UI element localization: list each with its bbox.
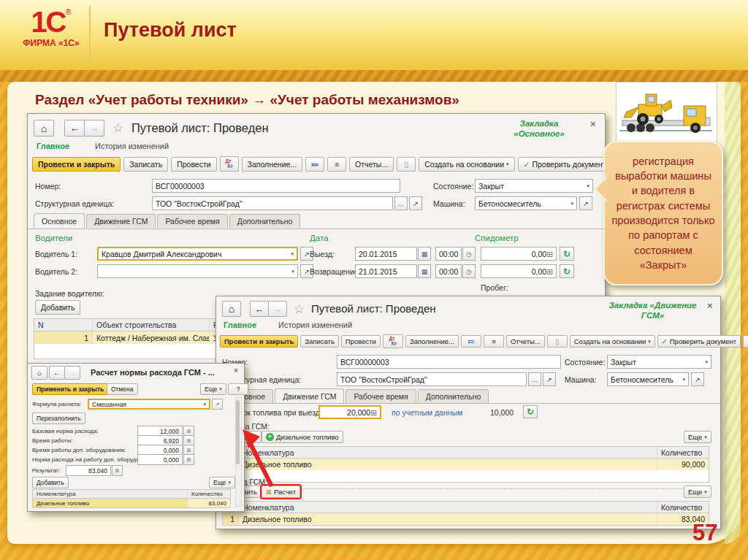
- menu-history[interactable]: История изменений: [95, 142, 169, 150]
- clock-button[interactable]: ◷: [462, 264, 476, 278]
- choose-button[interactable]: ...: [394, 196, 408, 210]
- table-row[interactable]: 1 Дизельное топливо 83,040: [223, 513, 709, 525]
- calendar-button[interactable]: ▦: [418, 247, 431, 261]
- col-quantity[interactable]: Количество: [657, 502, 709, 513]
- favorite-star-icon[interactable]: ☆: [294, 302, 305, 317]
- machine-field[interactable]: Бетоносмеситель▾: [475, 196, 577, 210]
- table-row[interactable]: Дизельное топливо 83,040: [33, 499, 230, 507]
- by-records-link[interactable]: по учетным данным: [392, 408, 462, 417]
- refresh-button[interactable]: ↻: [523, 405, 538, 418]
- more-button[interactable]: Еще▾: [200, 383, 226, 395]
- clock-button[interactable]: ◷: [462, 247, 476, 261]
- menu-main[interactable]: Главное: [37, 142, 69, 150]
- departure-date-field[interactable]: 20.01.2015: [355, 247, 417, 261]
- check-document-button[interactable]: ✓Проверить документ: [657, 335, 741, 348]
- post-and-close-button[interactable]: Провести и закрыть: [32, 157, 121, 172]
- tab-main[interactable]: Основное: [34, 213, 85, 228]
- fill-button[interactable]: Заполнение...: [405, 335, 459, 348]
- state-field[interactable]: Закрыт▾: [607, 355, 711, 369]
- back-button[interactable]: ←: [250, 301, 269, 317]
- tab-worktime[interactable]: Рабочее время: [346, 389, 416, 403]
- open-button[interactable]: ↗: [543, 372, 556, 386]
- more-button[interactable]: Еще▾: [684, 486, 711, 498]
- check-document-button[interactable]: ✓Проверить документ: [518, 157, 612, 172]
- fill-settings-button[interactable]: ≔: [305, 157, 324, 172]
- more-button[interactable]: Еще▾: [209, 477, 235, 488]
- back-button[interactable]: ←: [49, 366, 65, 380]
- help-button[interactable]: ?: [228, 383, 248, 395]
- post-and-close-button[interactable]: Провести и закрыть: [220, 335, 298, 348]
- fill-button[interactable]: Заполнение...: [242, 157, 303, 172]
- post-button[interactable]: Провести: [171, 157, 216, 172]
- home-button[interactable]: ⌂: [34, 120, 54, 137]
- forward-button[interactable]: →: [84, 120, 104, 137]
- fill-settings-button[interactable]: ≔: [461, 335, 481, 348]
- calendar-button[interactable]: ▦: [418, 264, 431, 278]
- dtkt-button[interactable]: ДтКт: [220, 156, 239, 172]
- return-date-field[interactable]: 21.01.2015: [355, 264, 417, 278]
- post-button[interactable]: Провести: [341, 335, 381, 348]
- apply-and-close-button[interactable]: Применить и закрыть: [32, 383, 108, 395]
- fuel-left-field[interactable]: 20,000⊞: [318, 405, 381, 419]
- col-nomenclature[interactable]: Номенклатура: [239, 447, 657, 458]
- open-button[interactable]: ↗: [691, 372, 704, 386]
- close-icon[interactable]: ×: [707, 300, 713, 311]
- driver1-field[interactable]: Кравцов Дмитрий Александрович▾: [97, 247, 298, 261]
- unit-field[interactable]: ТОО "ВостокСтройГрад": [152, 196, 393, 210]
- refresh-button[interactable]: ↻: [560, 264, 574, 278]
- write-button[interactable]: Записать: [300, 335, 339, 348]
- col-object[interactable]: Объект строительства: [93, 319, 210, 331]
- create-from-button[interactable]: Создать на основании▾: [419, 157, 514, 172]
- odometer-out-field[interactable]: 0,00⊞: [481, 247, 557, 261]
- report-doc-button[interactable]: ▯: [547, 335, 568, 348]
- cancel-button[interactable]: Отмена: [107, 383, 138, 395]
- more-button[interactable]: Еще▾: [684, 431, 711, 443]
- tab-fuel[interactable]: Движение ГСМ: [275, 388, 344, 403]
- col-n[interactable]: N: [34, 319, 93, 331]
- calc-icon-button[interactable]: ⊞: [112, 465, 123, 476]
- open-button[interactable]: ↗: [409, 196, 422, 210]
- refill-button[interactable]: Перезаполнить: [32, 413, 85, 424]
- aux-rate-field[interactable]: 0,000: [137, 454, 183, 465]
- home-button[interactable]: ⌂: [31, 366, 47, 380]
- formula-field[interactable]: Смешанная▾: [88, 399, 210, 410]
- print-button[interactable]: ▤Печать▾: [743, 335, 748, 348]
- col-nomenclature[interactable]: Номенклатура: [239, 502, 657, 513]
- report-doc-button[interactable]: ▯: [397, 157, 416, 172]
- number-field[interactable]: ВСГ00000003: [152, 179, 400, 193]
- dtkt-button[interactable]: ДтКт: [383, 334, 403, 348]
- state-field[interactable]: Закрыт▾: [475, 179, 593, 193]
- calc-icon-button[interactable]: ⊞: [183, 454, 194, 465]
- home-button[interactable]: ⌂: [222, 301, 241, 317]
- driver2-field[interactable]: ▾: [97, 264, 298, 278]
- number-field[interactable]: ВСГ00000003: [337, 355, 561, 369]
- table-row[interactable]: 1 Дизельное топливо 90,000: [223, 459, 709, 470]
- result-field[interactable]: 83,040: [66, 465, 111, 476]
- list-button[interactable]: ≡: [484, 335, 504, 348]
- odometer-in-field[interactable]: 0,00⊞: [481, 264, 557, 278]
- add-button[interactable]: Добавить: [32, 477, 69, 488]
- create-from-button[interactable]: Создать на основании▾: [570, 335, 655, 348]
- open-button[interactable]: ↗: [579, 196, 592, 210]
- forward-button[interactable]: →: [268, 301, 287, 317]
- col-quantity[interactable]: Количество: [188, 490, 230, 498]
- menu-main[interactable]: Главное: [224, 321, 256, 329]
- menu-history[interactable]: История изменений: [278, 321, 352, 329]
- refresh-button[interactable]: ↻: [560, 247, 574, 261]
- list-button[interactable]: ≡: [327, 157, 346, 172]
- reports-button[interactable]: Отчеты...: [349, 157, 394, 172]
- tab-extra[interactable]: Дополнительно: [418, 389, 489, 403]
- machine-field[interactable]: Бетоносмеситель▾: [607, 372, 689, 386]
- favorite-star-icon[interactable]: ☆: [112, 120, 123, 136]
- tab-extra[interactable]: Дополнительно: [229, 214, 301, 228]
- col-nomenclature[interactable]: Номенклатура: [33, 490, 188, 498]
- forward-button[interactable]: →: [64, 366, 80, 380]
- col-quantity[interactable]: Количество: [657, 447, 709, 458]
- choose-button[interactable]: ...: [528, 372, 541, 386]
- tab-fuel[interactable]: Движение ГСМ: [86, 214, 156, 228]
- add-button[interactable]: Добавить: [35, 300, 80, 315]
- back-button[interactable]: ←: [64, 120, 85, 137]
- return-time-field[interactable]: 00:00: [435, 264, 462, 278]
- reports-button[interactable]: Отчеты...: [506, 335, 545, 348]
- close-icon[interactable]: ×: [590, 118, 596, 129]
